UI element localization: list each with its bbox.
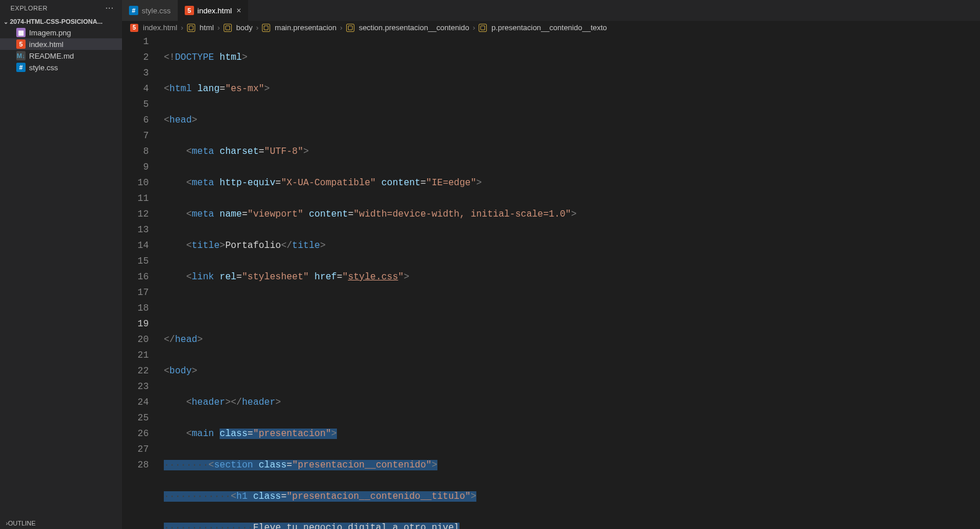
outline-label: OUTLINE: [8, 520, 36, 527]
code-content[interactable]: <!DOCTYPE html> <html lang="es-mx"> <hea…: [161, 34, 980, 529]
css-icon: #: [129, 6, 138, 15]
chevron-right-icon: ›: [181, 23, 183, 32]
editor-area: # style.css 5 index.html × 5 index.html …: [122, 0, 980, 529]
close-icon[interactable]: ×: [236, 6, 241, 15]
tab-bar: # style.css 5 index.html ×: [122, 0, 980, 21]
file-item-index[interactable]: 5 index.html: [0, 38, 122, 50]
tab-index-html[interactable]: 5 index.html ×: [178, 0, 248, 21]
markdown-icon: M↓: [16, 51, 26, 60]
symbol-icon: [479, 24, 487, 32]
explorer-more-icon[interactable]: ···: [105, 3, 114, 13]
tab-label: index.html: [198, 6, 232, 15]
breadcrumb-item[interactable]: body: [236, 23, 253, 32]
chevron-right-icon: ›: [340, 23, 342, 32]
file-item-imagem[interactable]: ▦ Imagem.png: [0, 27, 122, 38]
explorer-header: EXPLORER ···: [0, 0, 122, 16]
symbol-icon: [262, 24, 270, 32]
file-label: README.md: [29, 52, 74, 60]
breadcrumb-item[interactable]: p.presentacion__contenido__texto: [491, 23, 607, 32]
folder-name: 2074-HTML-CSS-POSICIONA...: [10, 18, 103, 25]
symbol-icon: [187, 24, 195, 32]
tab-style-css[interactable]: # style.css: [122, 0, 178, 21]
breadcrumb-item[interactable]: section.presentacion__contenido: [359, 23, 469, 32]
outline-section[interactable]: › OUTLINE: [0, 517, 122, 529]
file-label: index.html: [29, 40, 63, 49]
chevron-down-icon: ⌄: [3, 19, 8, 25]
css-icon: #: [16, 63, 26, 72]
breadcrumb[interactable]: 5 index.html › html › body › main.presen…: [122, 21, 980, 34]
html-icon: 5: [16, 39, 26, 49]
code-editor[interactable]: 1234567891011121314151617181920212223242…: [122, 34, 980, 529]
folder-header[interactable]: ⌄ 2074-HTML-CSS-POSICIONA...: [0, 16, 122, 27]
html-icon: 5: [185, 6, 194, 15]
chevron-right-icon: ›: [256, 23, 259, 32]
breadcrumb-item[interactable]: main.presentacion: [275, 23, 336, 32]
chevron-right-icon: ›: [217, 23, 220, 32]
file-item-style[interactable]: # style.css: [0, 62, 122, 73]
explorer-title: EXPLORER: [10, 5, 48, 12]
explorer-sidebar: EXPLORER ··· ⌄ 2074-HTML-CSS-POSICIONA..…: [0, 0, 122, 529]
line-number-gutter: 1234567891011121314151617181920212223242…: [122, 34, 161, 529]
file-item-readme[interactable]: M↓ README.md: [0, 50, 122, 62]
symbol-icon: [346, 24, 354, 32]
tab-label: style.css: [142, 6, 171, 15]
html-icon: 5: [130, 24, 138, 32]
image-icon: ▦: [16, 28, 26, 37]
file-label: style.css: [29, 63, 58, 72]
symbol-icon: [224, 24, 232, 32]
breadcrumb-item[interactable]: html: [200, 23, 214, 32]
chevron-right-icon: ›: [473, 23, 475, 32]
file-label: Imagem.png: [29, 28, 71, 37]
breadcrumb-item[interactable]: index.html: [143, 23, 177, 32]
